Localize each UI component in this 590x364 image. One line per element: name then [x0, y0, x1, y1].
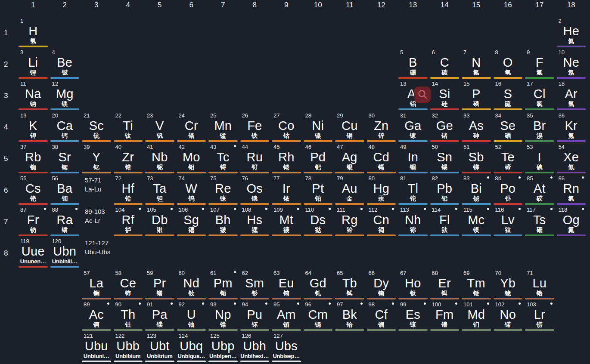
- element-cell-Sc[interactable]: 21Sc钪: [81, 112, 112, 143]
- element-cell-Uue[interactable]: 119UueUnunen…: [17, 238, 49, 269]
- element-cell-Pm[interactable]: 61Pm钷: [207, 269, 239, 301]
- element-cell-P[interactable]: 15P磷: [460, 80, 492, 111]
- element-cell-Sm[interactable]: 62Sm钐: [239, 269, 271, 301]
- element-cell-Mg[interactable]: 12Mg镁: [49, 80, 81, 111]
- element-cell-Br[interactable]: 35Br溴: [524, 112, 556, 143]
- element-cell-Ag[interactable]: 47Ag银: [334, 143, 366, 175]
- element-cell-Ra[interactable]: 88Ra镭: [49, 206, 81, 238]
- element-cell-Ir[interactable]: 77Ir铱: [270, 175, 302, 206]
- element-cell-Rf[interactable]: 104Rf𬬻: [112, 206, 144, 238]
- element-cell-Co[interactable]: 27Co钴: [270, 112, 302, 143]
- element-cell-F[interactable]: 9F氟: [524, 49, 556, 80]
- element-cell-Fe[interactable]: 26Fe铁: [239, 112, 271, 143]
- element-cell-Eu[interactable]: 63Eu铕: [270, 269, 302, 301]
- element-cell-Y[interactable]: 39Y钇: [81, 143, 112, 175]
- element-cell-Xe[interactable]: 54Xe氙: [556, 143, 587, 175]
- element-cell-Nd[interactable]: 60Nd钕: [176, 269, 208, 301]
- element-cell-Ubs[interactable]: 127UbsUnbisep…: [270, 332, 302, 364]
- element-cell-Ubq[interactable]: 124UbqUnbiqua…: [176, 332, 208, 364]
- element-cell-Es[interactable]: 99Es锿: [397, 301, 429, 332]
- element-cell-Rn[interactable]: 86Rn氡: [556, 175, 587, 206]
- element-cell-Pr[interactable]: 59Pr镨: [144, 269, 176, 301]
- element-cell-Zn[interactable]: 30Zn锌: [366, 112, 397, 143]
- element-cell-Ne[interactable]: 10Ne氖: [556, 49, 587, 80]
- element-cell-Pb[interactable]: 82Pb铅: [429, 175, 461, 206]
- element-cell-Se[interactable]: 34Se硒: [492, 112, 524, 143]
- element-cell-Nh[interactable]: 113Nh鿭: [397, 206, 429, 238]
- element-cell-Mc[interactable]: 115Mc镆: [460, 206, 492, 238]
- element-cell-Ta[interactable]: 73Ta钽: [144, 175, 176, 206]
- element-cell-Sb[interactable]: 51Sb锑: [460, 143, 492, 175]
- element-cell-W[interactable]: 74W钨: [176, 175, 208, 206]
- element-cell-Am[interactable]: 95Am镅: [270, 301, 302, 332]
- element-cell-Tl[interactable]: 81Tl铊: [397, 175, 429, 206]
- element-cell-Si[interactable]: 14Si硅: [429, 80, 461, 111]
- element-cell-Cs[interactable]: 55Cs铯: [17, 175, 49, 206]
- element-cell-Ru[interactable]: 44Ru钌: [239, 143, 271, 175]
- element-cell-Sn[interactable]: 50Sn锡: [429, 143, 461, 175]
- element-cell-Ts[interactable]: 117Ts鿬: [524, 206, 556, 238]
- element-cell-He[interactable]: 2He氦: [556, 17, 587, 49]
- element-cell-Lr[interactable]: 103Lr铹: [524, 301, 556, 332]
- range-cell-121-127[interactable]: 121-127Ubu-Ubs: [81, 238, 112, 269]
- range-cell-89-103[interactable]: 89-103Ac-Lr: [81, 206, 112, 238]
- element-cell-In[interactable]: 49In铟: [397, 143, 429, 175]
- element-cell-La[interactable]: 57La镧: [81, 269, 112, 301]
- element-cell-As[interactable]: 33As砷: [460, 112, 492, 143]
- element-cell-Ca[interactable]: 20Ca钙: [49, 112, 81, 143]
- element-cell-Sr[interactable]: 38Sr锶: [49, 143, 81, 175]
- element-cell-Cf[interactable]: 98Cf锎: [366, 301, 397, 332]
- element-cell-Db[interactable]: 105Db𬭊: [144, 206, 176, 238]
- element-cell-Ar[interactable]: 18Ar氩: [556, 80, 587, 111]
- element-cell-Bh[interactable]: 107Bh𬭛: [207, 206, 239, 238]
- element-cell-Ac[interactable]: 89Ac锕: [81, 301, 112, 332]
- element-cell-Re[interactable]: 75Re铼: [207, 175, 239, 206]
- element-cell-Hf[interactable]: 72Hf铪: [112, 175, 144, 206]
- element-cell-Md[interactable]: 101Md钔: [460, 301, 492, 332]
- element-cell-Fl[interactable]: 114Fl𫓧: [429, 206, 461, 238]
- element-cell-Hg[interactable]: 80Hg汞: [366, 175, 397, 206]
- element-cell-Te[interactable]: 52Te碲: [492, 143, 524, 175]
- element-cell-Gd[interactable]: 64Gd钆: [302, 269, 334, 301]
- element-cell-Rh[interactable]: 45Rh铑: [270, 143, 302, 175]
- element-cell-Ubp[interactable]: 125UbpUnbipen…: [207, 332, 239, 364]
- element-cell-Th[interactable]: 90Th钍: [112, 301, 144, 332]
- element-cell-Ds[interactable]: 110Ds𫟼: [302, 206, 334, 238]
- element-cell-Mo[interactable]: 42Mo钼: [176, 143, 208, 175]
- element-cell-Pt[interactable]: 78Pt铂: [302, 175, 334, 206]
- element-cell-Lu[interactable]: 71Lu镥: [524, 269, 556, 301]
- element-cell-H[interactable]: 1H氢: [17, 17, 49, 49]
- element-cell-Er[interactable]: 68Er铒: [429, 269, 461, 301]
- element-cell-Ge[interactable]: 32Ge锗: [429, 112, 461, 143]
- element-cell-I[interactable]: 53I碘: [524, 143, 556, 175]
- element-cell-Og[interactable]: 118Og鿫: [556, 206, 587, 238]
- element-cell-Kr[interactable]: 36Kr氪: [556, 112, 587, 143]
- element-cell-Tb[interactable]: 65Tb铽: [334, 269, 366, 301]
- element-cell-Be[interactable]: 4Be铍: [49, 49, 81, 80]
- element-cell-Mt[interactable]: 109Mt鿏: [270, 206, 302, 238]
- element-cell-Ubu[interactable]: 121UbuUnbiuni…: [81, 332, 112, 364]
- element-cell-V[interactable]: 23V钒: [144, 112, 176, 143]
- element-cell-Fm[interactable]: 100Fm镄: [429, 301, 461, 332]
- element-cell-Cu[interactable]: 29Cu铜: [334, 112, 366, 143]
- element-cell-Na[interactable]: 11Na钠: [17, 80, 49, 111]
- element-cell-Hs[interactable]: 108Hs𬭶: [239, 206, 271, 238]
- element-cell-Ni[interactable]: 28Ni镍: [302, 112, 334, 143]
- element-cell-Ba[interactable]: 56Ba钡: [49, 175, 81, 206]
- element-cell-Pd[interactable]: 46Pd钯: [302, 143, 334, 175]
- element-cell-Fr[interactable]: 87Fr钫: [17, 206, 49, 238]
- element-cell-Ce[interactable]: 58Ce铈: [112, 269, 144, 301]
- element-cell-Dy[interactable]: 66Dy镝: [366, 269, 397, 301]
- element-cell-Sg[interactable]: 106Sg𬭳: [176, 206, 208, 238]
- element-cell-Bk[interactable]: 97Bk锫: [334, 301, 366, 332]
- element-cell-Os[interactable]: 76Os锇: [239, 175, 271, 206]
- element-cell-No[interactable]: 102No锘: [492, 301, 524, 332]
- element-cell-Li[interactable]: 3Li锂: [17, 49, 49, 80]
- element-cell-Po[interactable]: 84Po钋: [492, 175, 524, 206]
- element-cell-Ubh[interactable]: 126UbhUnbihexi…: [239, 332, 271, 364]
- element-cell-Tm[interactable]: 69Tm铥: [460, 269, 492, 301]
- element-cell-Ho[interactable]: 67Ho钬: [397, 269, 429, 301]
- element-cell-Tc[interactable]: 43Tc锝: [207, 143, 239, 175]
- element-cell-Ti[interactable]: 22Ti钛: [112, 112, 144, 143]
- element-cell-Bi[interactable]: 83Bi铋: [460, 175, 492, 206]
